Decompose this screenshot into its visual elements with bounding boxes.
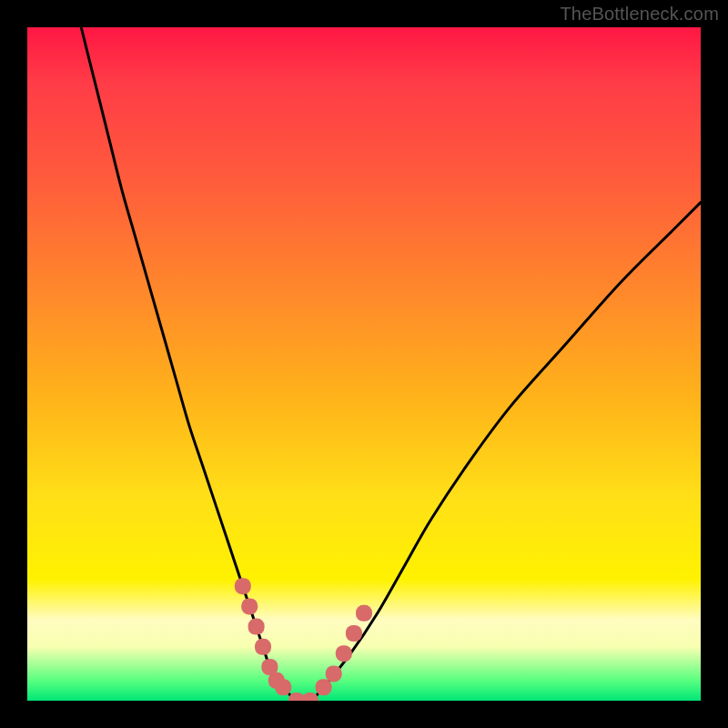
curve-marker (336, 645, 352, 662)
curve-marker (316, 679, 332, 695)
curve-marker (275, 679, 291, 695)
curve-marker (248, 619, 265, 635)
bottleneck-curve-path (81, 27, 701, 701)
curve-marker (255, 639, 271, 655)
watermark-text: TheBottleneck.com (560, 4, 719, 25)
curve-markers (235, 578, 372, 701)
curve-marker (356, 605, 372, 622)
curve-marker (241, 598, 258, 614)
curve-marker (326, 665, 342, 682)
curve-marker (235, 578, 251, 594)
curve-marker (302, 693, 318, 701)
curve-layer (27, 27, 701, 701)
chart-frame: TheBottleneck.com (0, 0, 728, 728)
plot-area (27, 27, 701, 701)
curve-marker (346, 625, 362, 642)
